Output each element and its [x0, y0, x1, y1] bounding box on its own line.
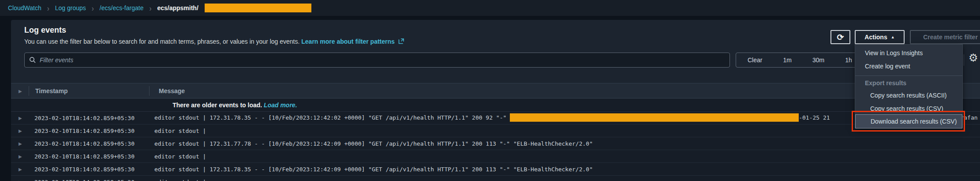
row-expander-icon[interactable]: ▶: [19, 180, 22, 181]
row-message: editor stdout |: [154, 153, 206, 160]
column-divider: [149, 86, 150, 96]
create-metric-filter-button[interactable]: Create metric filter: [910, 30, 980, 44]
refresh-button[interactable]: ⟳: [830, 30, 850, 44]
learn-more-link[interactable]: Learn more about filter patterns: [301, 38, 395, 45]
actions-menu: View in Logs Insights Create log event E…: [855, 44, 963, 128]
expand-all-icon[interactable]: ▶: [19, 88, 22, 93]
row-expander-icon[interactable]: ▶: [19, 128, 22, 133]
row-timestamp: 2023-02-10T18:14:02.859+05:30: [34, 140, 135, 147]
toolbar-divider: [964, 54, 964, 66]
redaction-bar: [205, 4, 311, 12]
refresh-icon: ⟳: [837, 33, 844, 41]
menu-section-export-results: Export results: [855, 77, 962, 89]
breadcrumb-cloudwatch[interactable]: CloudWatch: [8, 4, 41, 11]
table-header: ▶ Timestamp Message: [11, 83, 980, 98]
row-timestamp: 2023-02-10T18:14:02.859+05:30: [34, 115, 135, 121]
page-description: You can use the filter bar below to sear…: [24, 38, 404, 45]
column-header-timestamp: Timestamp: [35, 87, 68, 94]
table-row[interactable]: ▶ 2023-02-10T18:14:02.859+05:30 editor s…: [11, 124, 980, 137]
menu-item-view-in-logs-insights[interactable]: View in Logs Insights: [855, 46, 962, 60]
time-range-1m[interactable]: 1m: [783, 57, 791, 64]
gear-icon[interactable]: ⚙: [969, 52, 978, 64]
table-row[interactable]: ▶ 2023-02-10T18:14:02.859+05:30 editor s…: [11, 112, 980, 124]
log-events-panel: Log events You can use the filter bar be…: [11, 20, 980, 181]
table-row[interactable]: ▶ 2023-02-10T18:14:02.859+05:30 editor s…: [11, 137, 980, 150]
row-message-text: -01-25 21: [799, 114, 830, 121]
column-divider: [29, 86, 29, 96]
row-timestamp: 2023-02-10T18:14:02.859+05:30: [34, 153, 135, 160]
row-expander-icon[interactable]: ▶: [19, 141, 22, 146]
table-row[interactable]: ▶ 2023-02-10T18:14:02.859+05:30 editor s…: [11, 150, 980, 163]
breadcrumb-bar: CloudWatch › Log groups › /ecs/ecs-farga…: [0, 0, 980, 16]
menu-item-copy-search-results-ascii[interactable]: Copy search results (ASCII): [855, 89, 962, 102]
row-message-text: editor stdout | 172.31.78.35 - - [10/Feb…: [154, 114, 510, 121]
older-events-row: There are older events to load. Load mor…: [11, 99, 980, 112]
breadcrumb-log-groups[interactable]: Log groups: [55, 4, 86, 11]
row-message: editor stdout |: [154, 179, 206, 181]
filter-events-box: [24, 53, 730, 68]
caret-up-icon: ▲: [891, 35, 895, 39]
page-description-text: You can use the filter bar below to sear…: [24, 38, 299, 45]
row-message: editor stdout |: [154, 128, 206, 134]
older-events-text: There are older events to load.: [172, 102, 264, 109]
row-message: editor stdout | 172.31.78.35 - - [10/Feb…: [154, 114, 978, 122]
chevron-right-icon: ›: [149, 3, 151, 12]
menu-item-download-search-results-csv[interactable]: Download search results (CSV): [855, 114, 962, 128]
row-timestamp: 2023-02-10T18:14:02.859+05:30: [34, 179, 135, 181]
table-row[interactable]: ▶ 2023-02-10T18:14:02.859+05:30 editor s…: [11, 176, 980, 181]
row-timestamp: 2023-02-10T18:14:02.859+05:30: [34, 166, 135, 173]
load-more-link[interactable]: Load more.: [264, 102, 297, 109]
filter-events-input[interactable]: [40, 57, 725, 64]
row-expander-icon[interactable]: ▶: [19, 116, 22, 121]
time-range-clear[interactable]: Clear: [748, 57, 762, 64]
breadcrumb: CloudWatch › Log groups › /ecs/ecs-farga…: [8, 4, 311, 12]
redaction-bar: [510, 113, 799, 121]
table-row[interactable]: ▶ 2023-02-10T18:14:02.859+05:30 editor s…: [11, 163, 980, 176]
row-expander-icon[interactable]: ▶: [19, 154, 22, 159]
chevron-right-icon: ›: [92, 3, 94, 12]
search-icon: [29, 57, 36, 64]
breadcrumb-current: ecs/appsmith/: [157, 4, 198, 11]
actions-button[interactable]: Actions ▲: [855, 30, 905, 44]
create-metric-filter-label: Create metric filter: [923, 34, 978, 41]
menu-item-copy-search-results-csv[interactable]: Copy search results (CSV): [855, 102, 962, 115]
menu-divider: [855, 75, 962, 76]
row-expander-icon[interactable]: ▶: [19, 167, 22, 172]
row-timestamp: 2023-02-10T18:14:02.859+05:30: [34, 128, 135, 134]
row-message: editor stdout | 172.31.78.35 - - [10/Feb…: [154, 166, 593, 173]
row-message: editor stdout | 172.31.77.78 - - [10/Feb…: [154, 140, 593, 147]
actions-button-label: Actions: [864, 34, 887, 41]
time-range-30m[interactable]: 30m: [812, 57, 824, 64]
menu-item-create-log-event[interactable]: Create log event: [855, 60, 962, 73]
log-rows: There are older events to load. Load mor…: [11, 99, 980, 181]
external-link-icon: [398, 38, 404, 45]
column-header-message: Message: [159, 87, 185, 94]
page-title: Log events: [24, 26, 66, 35]
breadcrumb-ecs-fargate[interactable]: /ecs/ecs-fargate: [100, 4, 144, 11]
time-range-1h[interactable]: 1h: [845, 57, 852, 64]
chevron-right-icon: ›: [47, 3, 49, 12]
